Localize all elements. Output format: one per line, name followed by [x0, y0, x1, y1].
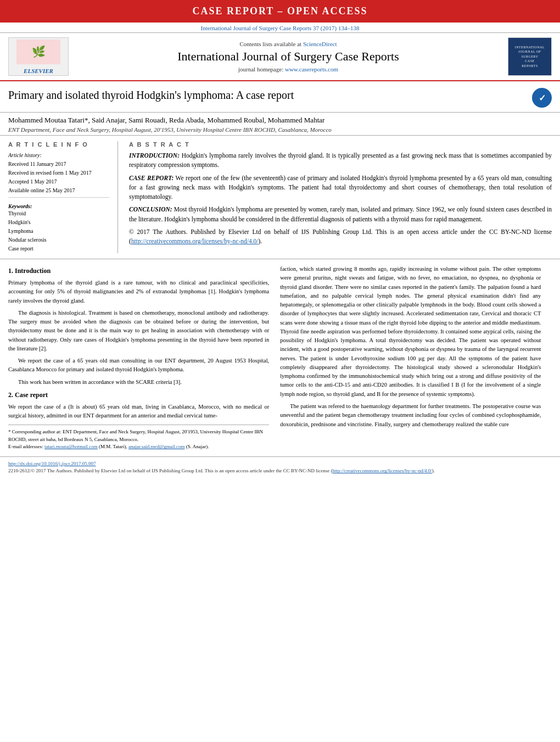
logo-line2: JOURNAL OF: [515, 49, 545, 54]
keyword-case: Case report: [8, 244, 109, 253]
logo-line4: CASE: [515, 59, 545, 63]
footnote-emails: E-mail addresses: tatari.mouta@hotmail.c…: [8, 443, 269, 451]
authors-text: Mohammed Moutaa Tatari*, Said Anajar, Sa…: [8, 116, 324, 124]
section2-para1: We report the case of a (It is about) 65…: [8, 403, 269, 421]
footnote-corresponding: * Corresponding author at: ENT Departmen…: [8, 428, 269, 443]
email2-text: anajar.said.med@gmail.com: [128, 444, 185, 449]
abstract-conclusion: CONCLUSION: Most thyroid Hodgkin's lymph…: [129, 205, 552, 224]
history-label: Article history:: [8, 152, 42, 158]
footnote-corresponding-text: * Corresponding author at: ENT Departmen…: [8, 429, 263, 442]
abstract-copyright: © 2017 The Authors. Published by Elsevie…: [129, 227, 552, 247]
footer-license-end: ).: [432, 468, 435, 473]
article-info-column: A R T I C L E I N F O Article history: R…: [8, 141, 118, 253]
accepted-date: Accepted 1 May 2017: [8, 177, 109, 186]
right-para1: faction, which started growing 8 months …: [280, 265, 541, 399]
section1-para2: The diagnosis is histological. Treatment…: [8, 309, 269, 353]
contents-available-text: Contents lists available at ScienceDirec…: [74, 41, 502, 47]
keywords-section: Keywords: Thyroid Hodgkin's Lymphoma Nod…: [8, 203, 109, 253]
footer-license-url: http://creativecommons.org/licenses/by-n…: [332, 468, 432, 473]
license-link[interactable]: http://creativecommons.org/licenses/by-n…: [131, 238, 259, 244]
footer-copyright: 2210-2612/© 2017 The Authors. Published …: [8, 467, 552, 475]
abstract-intro: INTRODUCTION: Hodgkin's lymphoma rarely …: [129, 151, 552, 170]
section2-heading: 2. Case report: [8, 391, 269, 399]
journal-title-text: International Journal of Surgery Case Re…: [177, 49, 399, 63]
journal-header: 🌿 ELSEVIER Contents lists available at S…: [0, 33, 560, 81]
logo-line3: SURGERY: [515, 54, 545, 59]
section1-heading: 1. Introduction: [8, 267, 269, 275]
header-banner: CASE REPORT – OPEN ACCESS: [0, 0, 560, 23]
received-date: Received 11 January 2017: [8, 160, 109, 169]
abstract-case: CASE REPORT: We report one of the few (t…: [129, 174, 552, 202]
journal-logo-right: INTERNATIONAL JOURNAL OF SURGERY CASE RE…: [508, 37, 552, 76]
elsevier-wordmark: ELSEVIER: [24, 68, 53, 74]
contents-label: Contents lists available at: [239, 41, 301, 47]
license-url-text: http://creativecommons.org/licenses/by-n…: [131, 238, 259, 244]
journal-citation: International Journal of Surgery Case Re…: [201, 25, 360, 31]
banner-text: CASE REPORT – OPEN ACCESS: [192, 5, 367, 16]
abstract-text: INTRODUCTION: Hodgkin's lymphoma rarely …: [129, 151, 552, 246]
footer-copyright-text: 2210-2612/© 2017 The Authors. Published …: [8, 468, 332, 473]
keyword-hodgkins: Hodgkin's: [8, 218, 109, 227]
logo-line1: INTERNATIONAL: [515, 45, 545, 49]
email1-text: tatari.mouta@hotmail.com: [44, 444, 98, 449]
abstract-column: A B S T R A C T INTRODUCTION: Hodgkin's …: [129, 141, 552, 253]
article-info-abstract: A R T I C L E I N F O Article history: R…: [0, 135, 560, 259]
doi-link[interactable]: http://dx.doi.org/10.1016/j.ijscr.2017.0…: [8, 461, 96, 466]
keywords-label: Keywords:: [8, 203, 109, 209]
article-title-section: Primary and isolated thyroid Hodgkin's l…: [0, 81, 560, 113]
license-end-text: ).: [259, 238, 262, 244]
homepage-label: journal homepage:: [238, 66, 283, 72]
journal-title: International Journal of Surgery Case Re…: [74, 49, 502, 64]
elsevier-logo: 🌿 ELSEVIER: [8, 37, 69, 76]
received-revised-date: Received in revised form 1 May 2017: [8, 169, 109, 177]
case-text: We report one of the few (the seventeent…: [129, 175, 552, 200]
case-label: CASE REPORT:: [129, 175, 173, 181]
page-footer: http://dx.doi.org/10.1016/j.ijscr.2017.0…: [0, 456, 560, 478]
logo-line5: REPORTS: [515, 64, 545, 68]
footnotes: * Corresponding author at: ENT Departmen…: [8, 425, 269, 451]
article-info-heading-text: A R T I C L E I N F O: [8, 141, 88, 148]
main-right-column: faction, which started growing 8 months …: [280, 265, 541, 451]
right-body: faction, which started growing 8 months …: [280, 265, 541, 429]
elsevier-tree-icon: 🌿: [32, 45, 46, 58]
section1-para4: This work has been written in accordance…: [8, 378, 269, 387]
elsevier-tree-box: 🌿: [16, 40, 60, 64]
keyword-thyroid: Thyroid: [8, 209, 109, 218]
email-label: E-mail addresses:: [8, 444, 43, 449]
footer-doi[interactable]: http://dx.doi.org/10.1016/j.ijscr.2017.0…: [8, 460, 552, 468]
sciencedirect-text: ScienceDirect: [303, 41, 337, 47]
doi-text: http://dx.doi.org/10.1016/j.ijscr.2017.0…: [8, 461, 96, 466]
article-info-heading: A R T I C L E I N F O: [8, 141, 109, 148]
section2-heading-text: 2. Case report: [8, 391, 48, 399]
affiliation: ENT Department, Face and Neck Surgery, H…: [8, 126, 552, 133]
section1-para1: Primary lymphoma of the thyroid gland is…: [8, 278, 269, 305]
homepage-url[interactable]: www.casereports.com: [285, 66, 338, 72]
article-history: Article history: Received 11 January 201…: [8, 151, 109, 195]
article-title-text: Primary and isolated thyroid Hodgkin's l…: [8, 89, 294, 101]
intro-text: Hodgkin's lymphoma rarely involves the t…: [129, 152, 552, 168]
abstract-heading: A B S T R A C T: [129, 141, 552, 148]
main-left-column: 1. Introduction Primary lymphoma of the …: [8, 265, 269, 451]
keyword-lymphoma: Lymphoma: [8, 227, 109, 236]
available-online-date: Available online 25 May 2017: [8, 186, 109, 195]
section1-para3: We report the case of a 65 years old man…: [8, 356, 269, 375]
email2-link[interactable]: anajar.said.med@gmail.com: [128, 444, 185, 449]
sciencedirect-link[interactable]: ScienceDirect: [303, 41, 337, 47]
abstract-heading-text: A B S T R A C T: [129, 141, 190, 148]
journal-info-line: International Journal of Surgery Case Re…: [0, 23, 560, 33]
right-para2: The patient was refered to the haematolo…: [280, 402, 541, 429]
intro-label: INTRODUCTION:: [129, 152, 180, 159]
section1-heading-text: 1. Introduction: [8, 267, 51, 275]
crossmark-badge[interactable]: ✓: [532, 88, 552, 108]
journal-center: Contents lists available at ScienceDirec…: [69, 41, 508, 72]
footer-license-link[interactable]: http://creativecommons.org/licenses/by-n…: [332, 468, 432, 473]
main-content: 1. Introduction Primary lymphoma of the …: [0, 259, 560, 456]
authors-list: Mohammed Moutaa Tatari*, Said Anajar, Sa…: [8, 116, 552, 125]
section2-body: We report the case of a (It is about) 65…: [8, 403, 269, 421]
keyword-nodular: Nodular sclerosis: [8, 236, 109, 244]
email1-link[interactable]: tatari.mouta@hotmail.com: [44, 444, 98, 449]
article-title: Primary and isolated thyroid Hodgkin's l…: [8, 88, 527, 102]
journal-homepage: journal homepage: www.casereports.com: [74, 66, 502, 72]
conclusion-label: CONCLUSION:: [129, 206, 172, 213]
affiliation-text: ENT Department, Face and Neck Surgery, H…: [8, 126, 332, 133]
